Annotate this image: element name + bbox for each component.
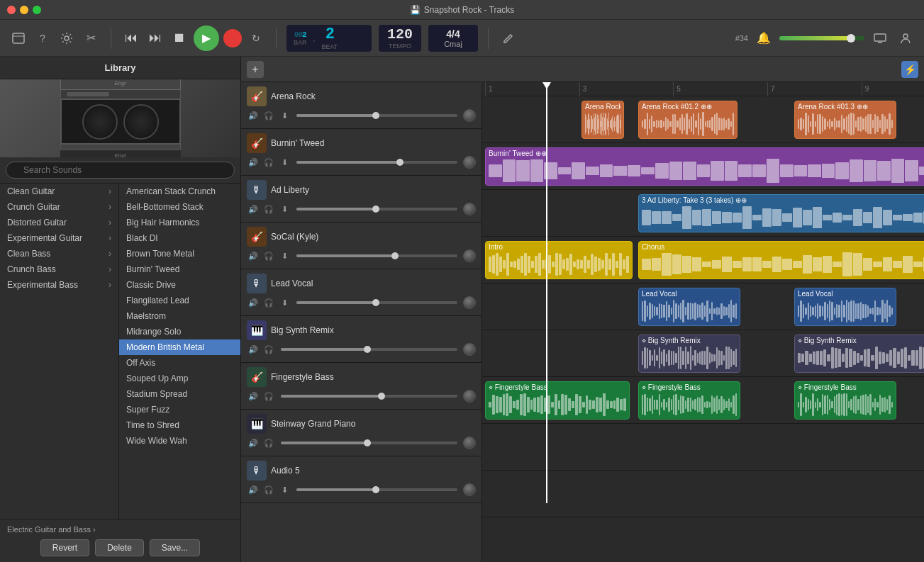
library-preset-6[interactable]: Classic Drive: [119, 277, 240, 293]
library-preset-10[interactable]: Modern British Metal: [119, 339, 240, 355]
play-button[interactable]: ▶: [194, 26, 219, 51]
track-download-4[interactable]: ⬇: [278, 296, 291, 309]
timeline-track-1[interactable]: Burnin' Tweed ⊕⊕: [482, 143, 924, 190]
library-category-4[interactable]: Clean Bass›: [0, 246, 118, 262]
track-speaker-0[interactable]: 🔊: [247, 109, 260, 122]
clip-1-0[interactable]: Burnin' Tweed ⊕⊕: [485, 147, 924, 186]
maximize-button[interactable]: [33, 6, 41, 14]
track-speaker-4[interactable]: 🔊: [247, 296, 260, 309]
track-headphones-3[interactable]: 🎧: [262, 249, 275, 262]
track-headphones-6[interactable]: 🎧: [262, 390, 275, 403]
track-headphones-4[interactable]: 🎧: [262, 296, 275, 309]
library-category-3[interactable]: Experimental Guitar›: [0, 230, 118, 246]
track-speaker-3[interactable]: 🔊: [247, 249, 260, 262]
settings-icon[interactable]: [57, 28, 77, 48]
clip-3-1[interactable]: Chorus: [638, 241, 924, 279]
track-knob-8[interactable]: [463, 483, 476, 496]
clip-6-2[interactable]: ⋄ Fingerstyle Bass: [794, 381, 896, 420]
track-volume-2[interactable]: [296, 208, 457, 210]
clip-6-1[interactable]: ⋄ Fingerstyle Bass: [638, 381, 740, 420]
add-track-button[interactable]: +: [247, 61, 264, 78]
track-download-3[interactable]: ⬇: [278, 249, 291, 262]
pencil-icon[interactable]: [499, 28, 518, 48]
library-preset-0[interactable]: American Stack Crunch: [119, 184, 240, 199]
track-knob-6[interactable]: [463, 390, 476, 403]
scissors-icon[interactable]: ✂: [81, 28, 101, 48]
breadcrumb[interactable]: Electric Guitar and Bass ›: [7, 525, 233, 534]
timeline-track-8[interactable]: [482, 471, 924, 517]
delete-button[interactable]: Delete: [95, 539, 144, 556]
library-category-0[interactable]: Clean Guitar›: [0, 184, 118, 199]
track-headphones-2[interactable]: 🎧: [262, 203, 275, 215]
track-knob-7[interactable]: [463, 437, 476, 449]
library-preset-11[interactable]: Off Axis: [119, 355, 240, 371]
clip-0-2[interactable]: Arena Rock #01.3 ⊕⊕: [794, 101, 896, 139]
tempo-display[interactable]: 120 TEMPO: [379, 25, 421, 52]
track-download-0[interactable]: ⬇: [278, 109, 291, 122]
track-volume-5[interactable]: [281, 348, 457, 351]
timeline-track-2[interactable]: 3 Ad Liberty: Take 3 (3 takes) ⊕⊕: [482, 190, 924, 237]
timeline-track-5[interactable]: ⋄ Big Synth Remix⋄ Big Synth Remix: [482, 330, 924, 377]
track-knob-1[interactable]: [463, 156, 476, 169]
library-category-5[interactable]: Crunch Bass›: [0, 262, 118, 277]
track-knob-4[interactable]: [463, 296, 476, 309]
library-preset-7[interactable]: Flangilated Lead: [119, 293, 240, 308]
minimize-button[interactable]: [20, 6, 28, 14]
clip-4-0[interactable]: Lead Vocal: [638, 288, 740, 326]
fast-forward-button[interactable]: ⏭: [145, 28, 165, 48]
clip-4-1[interactable]: Lead Vocal: [794, 288, 896, 326]
rewind-button[interactable]: ⏮: [121, 28, 141, 48]
search-bar[interactable]: 🔍: [0, 157, 240, 184]
library-preset-16[interactable]: Wide Wide Wah: [119, 433, 240, 449]
display-icon[interactable]: [870, 28, 890, 48]
clip-5-0[interactable]: ⋄ Big Synth Remix: [638, 335, 740, 373]
clip-5-1[interactable]: ⋄ Big Synth Remix: [794, 335, 924, 373]
library-preset-4[interactable]: Brown Tone Metal: [119, 246, 240, 262]
library-preset-1[interactable]: Bell-Bottomed Stack: [119, 199, 240, 215]
track-knob-2[interactable]: [463, 203, 476, 215]
track-volume-7[interactable]: [281, 442, 457, 444]
clip-3-0[interactable]: Intro: [485, 241, 633, 279]
library-preset-15[interactable]: Time to Shred: [119, 417, 240, 433]
clip-2-0[interactable]: 3 Ad Liberty: Take 3 (3 takes) ⊕⊕: [638, 194, 924, 232]
track-knob-0[interactable]: [463, 109, 476, 122]
clip-0-0[interactable]: Arena Rock: [581, 101, 624, 139]
timesig-display[interactable]: 4/4 Cmaj: [428, 25, 478, 52]
track-speaker-1[interactable]: 🔊: [247, 156, 260, 169]
track-volume-3[interactable]: [296, 254, 457, 257]
track-volume-1[interactable]: [296, 161, 457, 164]
library-preset-8[interactable]: Maelstrom: [119, 308, 240, 324]
timeline-track-3[interactable]: IntroChorus: [482, 237, 924, 283]
track-headphones-8[interactable]: 🎧: [262, 483, 275, 496]
master-volume[interactable]: [779, 36, 864, 40]
track-knob-5[interactable]: [463, 343, 476, 356]
track-volume-4[interactable]: [296, 301, 457, 304]
loop-button[interactable]: ↻: [246, 28, 266, 48]
track-volume-0[interactable]: [296, 114, 457, 117]
track-download-2[interactable]: ⬇: [278, 203, 291, 215]
save-button[interactable]: Save...: [150, 539, 200, 556]
library-preset-3[interactable]: Black DI: [119, 230, 240, 246]
timeline-area[interactable]: 1357911 Arena RockArena Rock #01.2 ⊕⊕Are…: [482, 82, 924, 562]
track-knob-3[interactable]: [463, 249, 476, 262]
track-headphones-1[interactable]: 🎧: [262, 156, 275, 169]
library-category-2[interactable]: Distorted Guitar›: [0, 215, 118, 230]
revert-button[interactable]: Revert: [40, 539, 89, 556]
track-download-1[interactable]: ⬇: [278, 156, 291, 169]
track-speaker-2[interactable]: 🔊: [247, 203, 260, 215]
library-preset-12[interactable]: Souped Up Amp: [119, 371, 240, 386]
track-headphones-7[interactable]: 🎧: [262, 437, 275, 449]
timeline-track-7[interactable]: [482, 424, 924, 471]
timeline-track-0[interactable]: Arena RockArena Rock #01.2 ⊕⊕Arena Rock …: [482, 96, 924, 143]
track-speaker-8[interactable]: 🔊: [247, 483, 260, 496]
person-icon[interactable]: [896, 28, 915, 48]
smart-controls-button[interactable]: ⚡: [901, 61, 918, 78]
position-display[interactable]: 002 BAR . 2 BEAT: [286, 25, 372, 52]
library-preset-13[interactable]: Stadium Spread: [119, 386, 240, 402]
clip-0-1[interactable]: Arena Rock #01.2 ⊕⊕: [638, 101, 737, 139]
library-preset-2[interactable]: Big Hair Harmonics: [119, 215, 240, 230]
track-volume-6[interactable]: [281, 395, 457, 398]
stop-button[interactable]: ⏹: [169, 28, 189, 48]
library-icon[interactable]: [9, 28, 28, 48]
timeline-track-6[interactable]: ⋄ Fingerstyle Bass⋄ Fingerstyle Bass⋄ Fi…: [482, 377, 924, 424]
